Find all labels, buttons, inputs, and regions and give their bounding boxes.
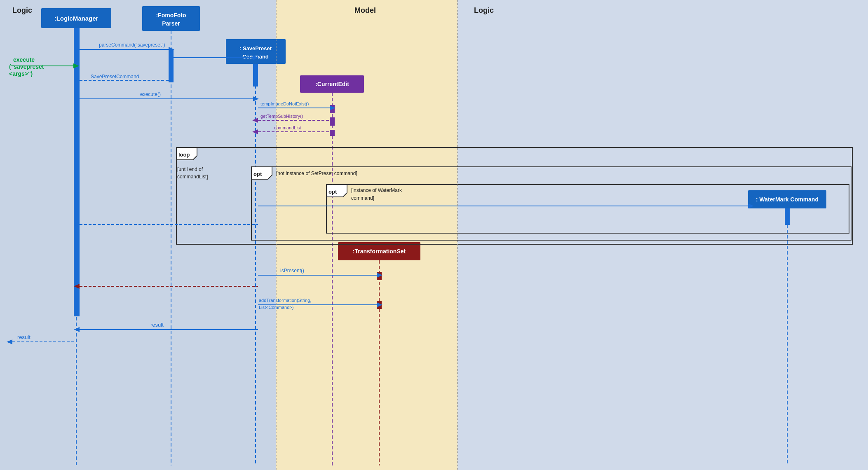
lifeline-logic-manager — [41, 8, 111, 28]
lifeline-transformation-set — [338, 242, 420, 260]
lifeline-currentedit — [300, 75, 364, 93]
lifeline-savepreset-command — [226, 39, 286, 64]
header-logic-right: Logic — [474, 6, 494, 15]
column-model — [276, 0, 457, 470]
column-logic-left — [0, 0, 276, 470]
lifeline-watermark-command: : WaterMark Command — [748, 190, 826, 208]
column-logic-right — [457, 0, 868, 470]
lifeline-fomofoto-parser — [142, 6, 200, 31]
header-logic-left: Logic — [12, 6, 32, 15]
header-model: Model — [354, 6, 376, 15]
